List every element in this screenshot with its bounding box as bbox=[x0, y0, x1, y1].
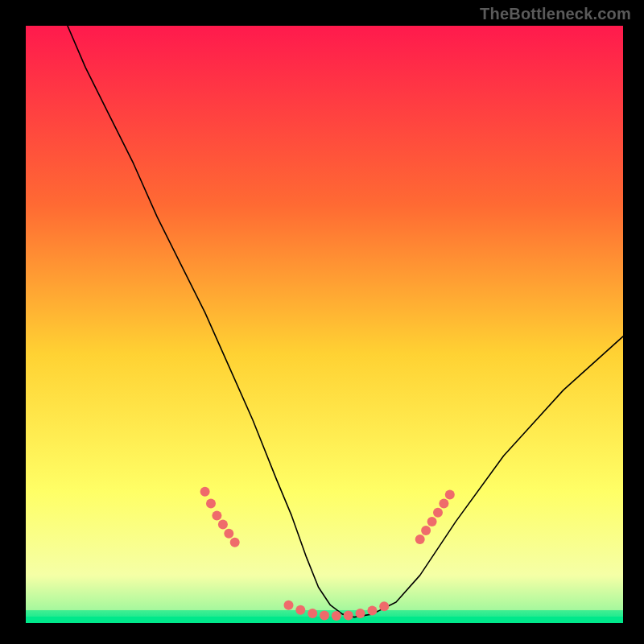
highlight-dot bbox=[356, 609, 365, 618]
highlight-dot bbox=[415, 535, 425, 544]
highlight-dot bbox=[224, 529, 233, 539]
highlight-dot bbox=[284, 601, 294, 610]
highlight-dot bbox=[332, 611, 341, 621]
highlight-dot bbox=[367, 605, 377, 615]
highlight-dot bbox=[218, 520, 228, 530]
highlight-dot bbox=[445, 490, 455, 500]
highlight-dot bbox=[433, 508, 443, 518]
highlight-dot bbox=[230, 538, 240, 547]
highlight-dot bbox=[379, 601, 389, 611]
highlight-dot bbox=[200, 487, 210, 497]
highlight-dot bbox=[427, 517, 437, 526]
highlight-dot bbox=[295, 605, 305, 615]
highlight-dot bbox=[308, 609, 317, 618]
plot-area bbox=[26, 26, 623, 623]
gradient-background bbox=[26, 26, 623, 623]
highlight-dot bbox=[439, 499, 448, 509]
highlight-dot bbox=[344, 610, 353, 620]
chart-canvas bbox=[26, 26, 623, 623]
highlight-dot bbox=[421, 526, 431, 535]
highlight-dot bbox=[212, 510, 221, 520]
yellow-band bbox=[26, 576, 623, 610]
watermark-text: TheBottleneck.com bbox=[480, 5, 631, 23]
highlight-dot bbox=[320, 610, 329, 620]
highlight-dot bbox=[206, 499, 216, 509]
chart-frame: TheBottleneck.com bbox=[0, 0, 644, 644]
